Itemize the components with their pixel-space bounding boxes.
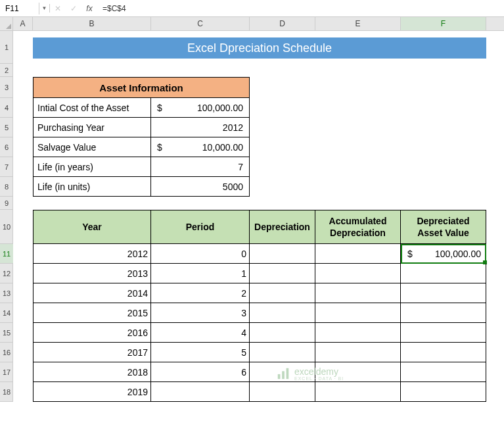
- fx-icon[interactable]: fx: [81, 4, 97, 13]
- schedule-cell-year[interactable]: 2014: [33, 283, 151, 303]
- row-header[interactable]: 14: [0, 303, 13, 323]
- col-header-C[interactable]: C: [151, 17, 250, 30]
- schedule-cell[interactable]: [315, 362, 401, 382]
- asset-row-value[interactable]: $10,000.00: [151, 137, 250, 157]
- schedule-cell[interactable]: [401, 343, 486, 362]
- row-header[interactable]: 16: [0, 343, 13, 362]
- schedule-cell[interactable]: [401, 362, 486, 382]
- asset-row-label[interactable]: Purchasing Year: [33, 118, 151, 137]
- col-header-B[interactable]: B: [33, 17, 151, 30]
- schedule-cell[interactable]: [250, 323, 315, 343]
- row-header[interactable]: 13: [0, 283, 13, 303]
- asset-row-label[interactable]: Life (in units): [33, 177, 151, 197]
- col-header-D[interactable]: D: [250, 17, 315, 30]
- formula-bar: F11 ▼ ✕ ✓ fx =$C$4: [0, 0, 504, 17]
- schedule-cell[interactable]: [250, 362, 315, 382]
- row-header[interactable]: 8: [0, 177, 13, 197]
- cells-area[interactable]: Excel Dpreciation Schedule Asset Informa…: [13, 31, 486, 402]
- schedule-cell[interactable]: [250, 264, 315, 283]
- schedule-cell-year[interactable]: 2013: [33, 264, 151, 283]
- asset-row-value[interactable]: 2012: [151, 118, 250, 137]
- schedule-header-depreciation[interactable]: Depreciation: [250, 210, 315, 244]
- schedule-cell[interactable]: [315, 323, 401, 343]
- row-header[interactable]: 5: [0, 118, 13, 137]
- col-header-F[interactable]: F: [401, 17, 486, 30]
- asset-row-label[interactable]: Salvage Value: [33, 137, 151, 157]
- name-box-dropdown-icon[interactable]: ▼: [39, 4, 50, 12]
- schedule-cell[interactable]: [401, 382, 486, 402]
- schedule-cell[interactable]: [250, 283, 315, 303]
- asset-row-label[interactable]: Intial Cost of the Asset: [33, 98, 151, 118]
- row-header[interactable]: 1: [0, 31, 13, 64]
- formula-input[interactable]: =$C$4: [97, 3, 504, 14]
- asset-row-value[interactable]: 7: [151, 157, 250, 177]
- schedule-cell-year[interactable]: 2016: [33, 323, 151, 343]
- schedule-cell-period[interactable]: 2: [151, 283, 250, 303]
- row-header[interactable]: 12: [0, 264, 13, 283]
- schedule-cell[interactable]: [401, 323, 486, 343]
- schedule-cell[interactable]: [250, 382, 315, 402]
- schedule-cell[interactable]: [401, 264, 486, 283]
- schedule-cell[interactable]: [315, 343, 401, 362]
- cancel-icon: ✕: [50, 4, 66, 13]
- select-all-corner[interactable]: [0, 17, 13, 30]
- col-header-A[interactable]: A: [13, 17, 33, 30]
- schedule-cell[interactable]: [250, 303, 315, 323]
- schedule-cell[interactable]: [401, 283, 486, 303]
- row-header[interactable]: 9: [0, 197, 13, 210]
- schedule-header-accumulated[interactable]: Accumulated Depreciation: [315, 210, 401, 244]
- schedule-cell[interactable]: [315, 303, 401, 323]
- asset-row-value[interactable]: 5000: [151, 177, 250, 197]
- schedule-cell[interactable]: [315, 382, 401, 402]
- spreadsheet-grid: A B C D E F 1 2 3 4 5 6 7 8 9 10 11 12 1…: [0, 17, 504, 402]
- schedule-cell-period[interactable]: 0: [151, 244, 250, 264]
- row-header[interactable]: 10: [0, 210, 13, 244]
- schedule-cell-period[interactable]: 1: [151, 264, 250, 283]
- schedule-header-year[interactable]: Year: [33, 210, 151, 244]
- schedule-cell[interactable]: [250, 343, 315, 362]
- schedule-cell-year[interactable]: 2018: [33, 362, 151, 382]
- row-header[interactable]: 3: [0, 77, 13, 98]
- schedule-cell-year[interactable]: 2015: [33, 303, 151, 323]
- asset-row-value[interactable]: $100,000.00: [151, 98, 250, 118]
- asset-info-header[interactable]: Asset Information: [33, 77, 250, 98]
- row-headers: 1 2 3 4 5 6 7 8 9 10 11 12 13 14 15 16 1…: [0, 31, 13, 402]
- row-header[interactable]: 2: [0, 64, 13, 77]
- column-headers: A B C D E F: [0, 17, 504, 31]
- schedule-cell[interactable]: [315, 264, 401, 283]
- schedule-cell-period[interactable]: [151, 382, 250, 402]
- name-box[interactable]: F11: [0, 3, 39, 14]
- title-banner[interactable]: Excel Dpreciation Schedule: [33, 37, 486, 59]
- cell-F11[interactable]: $100,000.00: [401, 244, 486, 264]
- col-header-E[interactable]: E: [315, 17, 401, 30]
- schedule-header-depreciated[interactable]: Depreciated Asset Value: [401, 210, 486, 244]
- row-header[interactable]: 15: [0, 323, 13, 343]
- schedule-header-period[interactable]: Period: [151, 210, 250, 244]
- schedule-cell-period[interactable]: 4: [151, 323, 250, 343]
- schedule-cell-period[interactable]: 3: [151, 303, 250, 323]
- row-header[interactable]: 11: [0, 244, 13, 264]
- row-header[interactable]: 17: [0, 362, 13, 382]
- schedule-cell-year[interactable]: 2017: [33, 343, 151, 362]
- schedule-cell-period[interactable]: 6: [151, 362, 250, 382]
- asset-row-label[interactable]: Life (in years): [33, 157, 151, 177]
- schedule-cell[interactable]: [250, 244, 315, 264]
- schedule-cell-year[interactable]: 2019: [33, 382, 151, 402]
- row-header[interactable]: 18: [0, 382, 13, 402]
- schedule-cell[interactable]: [315, 283, 401, 303]
- row-header[interactable]: 6: [0, 137, 13, 157]
- schedule-cell-year[interactable]: 2012: [33, 244, 151, 264]
- schedule-cell[interactable]: [401, 303, 486, 323]
- check-icon: ✓: [66, 4, 81, 13]
- row-header[interactable]: 4: [0, 98, 13, 118]
- schedule-cell-period[interactable]: 5: [151, 343, 250, 362]
- schedule-cell[interactable]: [315, 244, 401, 264]
- row-header[interactable]: 7: [0, 157, 13, 177]
